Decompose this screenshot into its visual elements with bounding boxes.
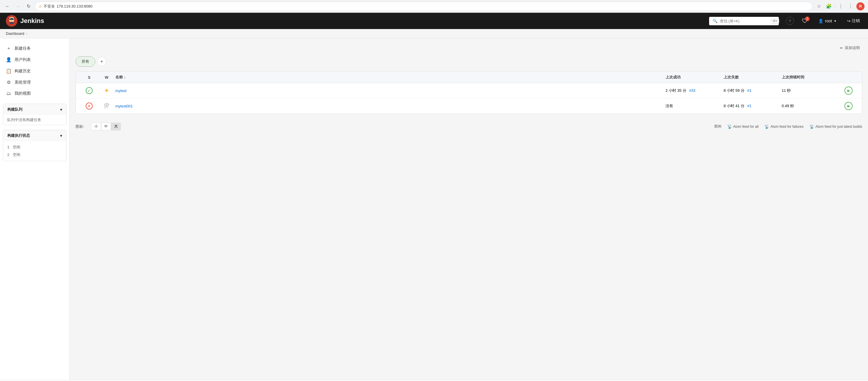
sidebar-item-system-mgmt[interactable]: ⚙ 系统管理 — [0, 77, 69, 88]
table-header: S W 名称 ↓ 上次成功 上次失败 上次持续时间 — [76, 72, 862, 83]
sidebar-item-my-views[interactable]: 🗂 我的视图 — [0, 88, 69, 99]
tab-all[interactable]: 所有 — [75, 56, 95, 67]
row2-name: mytest001 — [115, 104, 665, 108]
row2-status: ✕ — [81, 102, 98, 109]
search-shortcut: ⌘K — [771, 19, 779, 24]
breadcrumb-separator: › — [26, 32, 27, 36]
signout-button[interactable]: ↪ 注销 — [845, 17, 862, 25]
build-queue-header[interactable]: 构建队列 ▾ — [3, 104, 66, 115]
weather-rainy-icon: ⛈ — [104, 103, 110, 109]
search-icon: 🔍 — [713, 19, 717, 23]
atom-feed-latest[interactable]: 📡 Atom feed for just latest builds — [809, 124, 862, 129]
bookmark-button[interactable]: ☆ — [815, 2, 823, 10]
run-button-mytest001[interactable]: ▶ — [844, 102, 852, 110]
user-dropdown-icon: ▼ — [834, 20, 837, 23]
sidebar-item-build-history[interactable]: 📋 构建历史 — [0, 65, 69, 77]
status-failure-icon: ✕ — [86, 102, 93, 109]
atom-feed-all-label: Atom feed for all — [733, 125, 758, 129]
row1-success-build-link[interactable]: #33 — [689, 88, 695, 93]
col-header-last-duration: 上次持续时间 — [782, 75, 840, 80]
col-header-last-failure: 上次失败 — [724, 75, 782, 80]
executor-status-1: 空闲 — [13, 145, 20, 149]
icon-size-large[interactable]: 大 — [111, 123, 121, 130]
row1-status: ✓ — [81, 87, 98, 94]
legend-link[interactable]: 图例 — [714, 124, 721, 129]
signout-icon: ↪ — [847, 19, 850, 23]
build-executor-section: 构建执行状态 ▾ 1 空闲 2 空闲 — [3, 130, 66, 161]
icon-size-small[interactable]: 小 — [91, 123, 101, 130]
row1-name: mytest — [115, 89, 665, 93]
breadcrumb-dashboard[interactable]: Dashboard — [6, 31, 24, 36]
build-executor-header[interactable]: 构建执行状态 ▾ — [3, 130, 66, 141]
browser-chrome: ← → ↻ ⚠ 不安全 178.119.30.133:8080 ☆ 🧩 ⋮ ⋮ … — [0, 0, 868, 13]
jenkins-logo[interactable]: Jenkins — [6, 15, 44, 27]
jobs-table: S W 名称 ↓ 上次成功 上次失败 上次持续时间 ✓ ☀ mytest — [75, 71, 862, 114]
row2-weather: ⛈ — [98, 103, 115, 109]
row1-action: ▶ — [840, 87, 857, 95]
tabs-bar: 所有 + — [75, 56, 862, 67]
help-button[interactable]: ? — [786, 17, 794, 25]
row1-success-time: 2 小时 35 分 — [665, 88, 686, 93]
sidebar-label-system-mgmt: 系统管理 — [14, 80, 31, 85]
row2-success-time: 没有 — [665, 104, 673, 108]
extensions-button[interactable]: 🧩 — [825, 2, 833, 10]
atom-feed-all[interactable]: 📡 Atom feed for all — [727, 124, 758, 129]
plus-icon: + — [6, 46, 11, 51]
tab-add-button[interactable]: + — [97, 57, 106, 66]
add-description-button[interactable]: ✏ 添加说明 — [837, 44, 862, 52]
job-link-mytest[interactable]: mytest — [115, 89, 126, 93]
header-search-box[interactable]: 🔍 ⌘K — [709, 17, 779, 25]
atom-feed-failures-label: Atom feed for failures — [770, 125, 804, 129]
row2-duration: 0.49 秒 — [782, 103, 840, 108]
job-link-mytest001[interactable]: mytest001 — [115, 104, 133, 108]
sidebar-label-users: 用户列表 — [14, 57, 31, 62]
row1-failure-time: 8 小时 59 分 — [724, 88, 745, 93]
executor-item-2: 2 空闲 — [7, 151, 62, 159]
jenkins-title: Jenkins — [20, 17, 44, 25]
user-avatar[interactable]: R — [857, 2, 865, 10]
atom-feed-latest-label: Atom feed for just latest builds — [815, 125, 862, 129]
run-button-mytest[interactable]: ▶ — [844, 87, 852, 95]
user-menu[interactable]: 👤 root ▼ — [816, 18, 839, 24]
row2-failure-build-link[interactable]: #1 — [747, 104, 751, 108]
page-footer: CSDN ©阿汤哥的程序之路 — [0, 380, 868, 381]
table-row: ✓ ☀ mytest 2 小时 35 分 #33 8 小时 59 分 #1 11… — [76, 83, 862, 98]
user-name: root — [825, 19, 832, 23]
col-header-w: W — [98, 75, 115, 80]
edit-icon: ✏ — [840, 46, 843, 50]
url-prefix: 不安全 — [43, 4, 55, 9]
col-header-name[interactable]: 名称 ↓ — [115, 75, 665, 80]
browser-actions: ☆ 🧩 ⋮ ⋮ R — [815, 2, 865, 10]
search-input[interactable] — [720, 19, 769, 23]
svg-rect-2 — [10, 22, 13, 24]
atom-feed-failures[interactable]: 📡 Atom feed for failures — [764, 124, 804, 129]
status-success-icon: ✓ — [86, 87, 93, 94]
reload-button[interactable]: ↻ — [24, 2, 33, 10]
feed-icon-failures: 📡 — [764, 124, 769, 129]
profile-button[interactable]: ⋮ — [837, 2, 845, 10]
build-queue-title: 构建队列 — [7, 107, 22, 112]
icon-size-group: 小 中 大 — [91, 123, 121, 130]
users-icon: 👤 — [6, 57, 11, 62]
row2-last-success: 没有 — [665, 103, 724, 108]
forward-button[interactable]: → — [14, 2, 22, 10]
col-header-action — [840, 75, 857, 80]
signout-label: 注销 — [852, 18, 860, 24]
build-queue-empty: 队列中没有构建任务 — [7, 118, 41, 122]
row1-failure-build-link[interactable]: #1 — [747, 88, 751, 93]
build-queue-body: 队列中没有构建任务 — [3, 115, 66, 125]
add-description-bar: ✏ 添加说明 — [75, 44, 862, 52]
address-bar[interactable]: ⚠ 不安全 178.119.30.133:8080 — [35, 2, 812, 11]
sidebar-label-build-history: 构建历史 — [14, 68, 31, 74]
main-layout: + 新建任务 👤 用户列表 📋 构建历史 ⚙ 系统管理 🗂 我的视图 构建队列 … — [0, 38, 868, 380]
security-button[interactable]: 🛡 1 — [800, 17, 810, 26]
gear-icon: ⚙ — [6, 80, 11, 85]
weather-sunny-icon: ☀ — [104, 87, 109, 94]
svg-rect-7 — [13, 18, 14, 19]
footer-bar: 图标: 小 中 大 图例 📡 Atom feed for all 📡 Atom … — [75, 120, 862, 133]
sidebar-item-new-task[interactable]: + 新建任务 — [0, 43, 69, 54]
icon-size-medium[interactable]: 中 — [101, 123, 111, 130]
sidebar-item-users[interactable]: 👤 用户列表 — [0, 54, 69, 65]
more-button[interactable]: ⋮ — [846, 2, 855, 10]
back-button[interactable]: ← — [3, 2, 11, 10]
